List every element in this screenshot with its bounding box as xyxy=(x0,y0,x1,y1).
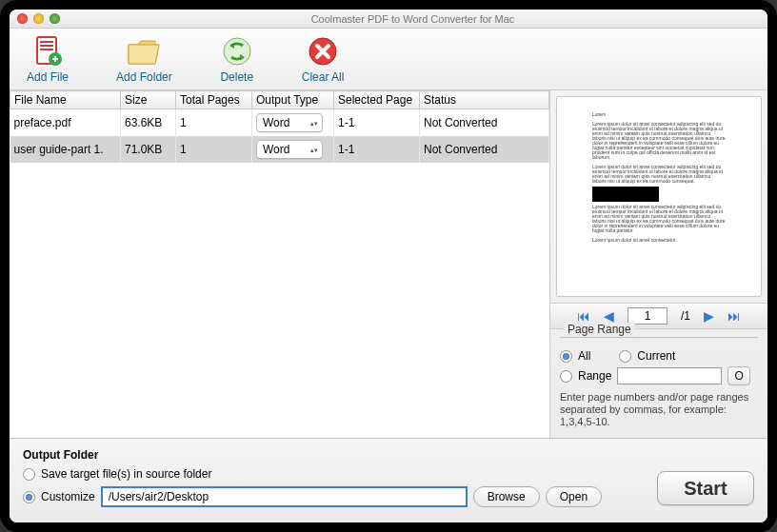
range-ok-button[interactable]: O xyxy=(727,366,749,385)
cell-output-type: Word ▴▾ xyxy=(252,136,334,163)
main-area: File Name Size Total Pages Output Type S… xyxy=(10,90,767,438)
page-range-group: Page Range All Current Range O xyxy=(550,329,767,438)
minimize-icon[interactable] xyxy=(33,13,44,24)
next-page-icon[interactable]: ▶ xyxy=(704,308,714,324)
add-file-button[interactable]: Add File xyxy=(27,34,69,84)
preview-page: Lorem Lorem ipsum dolor sit amet consect… xyxy=(583,103,735,274)
delete-button[interactable]: Delete xyxy=(220,34,254,84)
output-path-input[interactable] xyxy=(101,486,468,507)
radio-all[interactable] xyxy=(560,350,572,363)
col-selected-page[interactable]: Selected Page xyxy=(334,91,420,109)
delete-icon xyxy=(220,34,254,69)
zoom-icon[interactable] xyxy=(50,13,60,24)
radio-customize-label: Customize xyxy=(41,490,95,503)
radio-save-source[interactable] xyxy=(23,468,35,481)
output-type-select[interactable]: Word ▴▾ xyxy=(256,140,323,159)
footer: Output Folder Save target file(s) in sou… xyxy=(10,438,767,522)
table-row[interactable]: user guide-part 1. 71.0KB 1 Word ▴▾ 1-1 … xyxy=(10,136,549,163)
add-file-icon xyxy=(30,34,65,69)
select-value: Word xyxy=(263,143,289,156)
radio-current[interactable] xyxy=(619,350,631,363)
titlebar: Coolmaster PDF to Word Converter for Mac xyxy=(10,10,767,29)
add-folder-icon xyxy=(127,34,161,69)
col-size[interactable]: Size xyxy=(121,91,176,109)
svg-rect-1 xyxy=(40,41,53,43)
cell-selected-page: 1-1 xyxy=(334,136,420,163)
cell-file-name: user guide-part 1. xyxy=(10,136,121,163)
radio-range-label: Range xyxy=(578,369,611,383)
table-header-row: File Name Size Total Pages Output Type S… xyxy=(10,91,549,109)
stepper-icon: ▴▾ xyxy=(310,147,318,153)
page-total: /1 xyxy=(681,309,690,323)
col-output-type[interactable]: Output Type xyxy=(252,91,334,109)
stepper-icon: ▴▾ xyxy=(310,120,318,127)
cell-selected-page: 1-1 xyxy=(334,109,420,137)
select-value: Word xyxy=(263,116,289,129)
toolbar: Add File Add Folder Delete xyxy=(10,29,767,90)
pdf-preview[interactable]: Lorem Lorem ipsum dolor sit amet consect… xyxy=(556,96,762,297)
radio-customize[interactable] xyxy=(23,491,35,503)
file-table: File Name Size Total Pages Output Type S… xyxy=(10,90,549,163)
page-range-legend: Page Range xyxy=(564,323,635,336)
svg-rect-2 xyxy=(40,45,53,47)
output-type-select[interactable]: Word ▴▾ xyxy=(256,113,323,132)
file-list-empty-area xyxy=(10,163,549,438)
radio-all-label: All xyxy=(578,349,590,363)
svg-point-7 xyxy=(224,38,250,65)
window-title: Coolmaster PDF to Word Converter for Mac xyxy=(66,13,760,25)
cell-total-pages: 1 xyxy=(176,136,252,163)
close-icon[interactable] xyxy=(17,13,28,24)
file-list-panel: File Name Size Total Pages Output Type S… xyxy=(10,90,550,438)
start-button[interactable]: Start xyxy=(657,471,754,505)
table-row[interactable]: preface.pdf 63.6KB 1 Word ▴▾ 1-1 Not Con… xyxy=(10,109,549,137)
prev-page-icon[interactable]: ◀ xyxy=(604,308,614,324)
cell-total-pages: 1 xyxy=(176,109,252,137)
page-range-hint: Enter page numbers and/or page ranges se… xyxy=(560,391,758,428)
preview-panel: Lorem Lorem ipsum dolor sit amet consect… xyxy=(550,90,767,438)
col-status[interactable]: Status xyxy=(420,91,549,109)
col-file-name[interactable]: File Name xyxy=(10,91,121,109)
browse-button[interactable]: Browse xyxy=(473,486,540,507)
first-page-icon[interactable]: ⏮ xyxy=(577,308,590,324)
svg-rect-6 xyxy=(54,56,56,62)
app-window: Coolmaster PDF to Word Converter for Mac… xyxy=(0,0,777,532)
last-page-icon[interactable]: ⏭ xyxy=(727,308,741,324)
toolbar-label: Add Folder xyxy=(116,70,172,84)
cell-status: Not Converted xyxy=(420,136,549,163)
svg-rect-3 xyxy=(40,49,53,50)
radio-current-label: Current xyxy=(637,349,675,363)
toolbar-label: Add File xyxy=(27,70,69,84)
radio-range[interactable] xyxy=(560,370,572,383)
cell-size: 71.0KB xyxy=(121,136,176,163)
clear-all-button[interactable]: Clear All xyxy=(302,34,345,84)
cell-output-type: Word ▴▾ xyxy=(252,109,334,137)
range-input[interactable] xyxy=(617,367,722,384)
toolbar-label: Clear All xyxy=(302,70,345,84)
open-button[interactable]: Open xyxy=(546,486,602,507)
cell-file-name: preface.pdf xyxy=(10,109,121,137)
add-folder-button[interactable]: Add Folder xyxy=(116,34,172,84)
toolbar-label: Delete xyxy=(220,70,253,84)
clear-all-icon xyxy=(306,34,340,69)
radio-save-source-label: Save target file(s) in source folder xyxy=(41,467,211,481)
cell-size: 63.6KB xyxy=(121,109,176,137)
output-folder-title: Output Folder xyxy=(23,448,754,462)
cell-status: Not Converted xyxy=(420,109,549,137)
col-total-pages[interactable]: Total Pages xyxy=(176,91,252,109)
